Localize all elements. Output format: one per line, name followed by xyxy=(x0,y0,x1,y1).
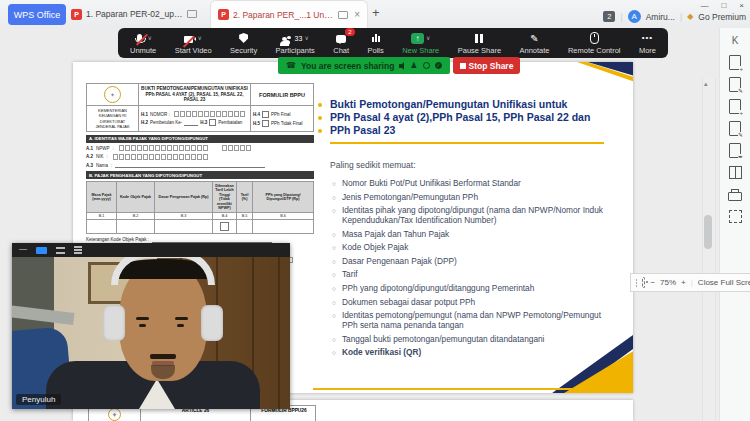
print-icon[interactable] xyxy=(728,188,742,201)
strip-view-icon[interactable] xyxy=(56,247,65,254)
comment-edit-icon[interactable]: ✎ xyxy=(729,122,741,135)
minimize-button[interactable]: — xyxy=(700,1,708,10)
circle-bullet-icon: ○ xyxy=(332,270,336,280)
desk xyxy=(12,305,74,325)
chat-label: Chat xyxy=(333,46,349,55)
participants-count: 33 xyxy=(295,35,303,42)
tarif-tinggi-checkbox xyxy=(220,222,229,231)
edit-text-icon[interactable]: ✎ xyxy=(729,78,741,91)
a1-label: A.1 xyxy=(86,146,93,151)
window-controls: — □ × xyxy=(700,1,744,10)
digit-box xyxy=(167,154,172,160)
participant-icon[interactable]: ♟ xyxy=(410,62,417,70)
table-data-cell xyxy=(117,220,155,233)
columns-icon[interactable] xyxy=(729,166,742,179)
scrollbar-thumb[interactable] xyxy=(704,215,712,249)
meeting-participants-button[interactable]: 33∨Participants xyxy=(276,32,315,55)
minimize-video-icon[interactable]: — xyxy=(19,245,27,253)
signature-icon[interactable]: ✒ xyxy=(729,144,741,157)
bullet-text: Kode Objek Pajak xyxy=(342,243,408,253)
zoom-in-button[interactable]: + xyxy=(681,278,686,287)
new-tab-button[interactable]: + xyxy=(372,5,380,20)
slide-footer-line xyxy=(313,388,629,390)
form-subtitle: PPh PASAL 4 AYAT (2), PASAL 15, PASAL 22… xyxy=(141,92,248,103)
person-brow xyxy=(175,317,188,320)
divider: | xyxy=(680,12,682,22)
table-header-cell: Tarif (%) xyxy=(237,182,253,213)
stop-icon xyxy=(460,63,466,69)
edit-text-icon-glyph: ✎ xyxy=(729,77,741,92)
headphone-cup-left xyxy=(103,305,125,341)
more-label: More xyxy=(639,46,656,55)
titlebar-right: 2 | A Amiru... | ◆ Go Premium xyxy=(603,10,746,23)
circle-bullet-icon: ○ xyxy=(332,298,336,308)
collapse-panel-icon[interactable]: K xyxy=(732,34,739,47)
phone-icon: ☎ xyxy=(286,62,296,70)
wps-office-button[interactable]: WPS Office xyxy=(8,4,66,25)
monitor-icon xyxy=(338,11,348,19)
webcam-window[interactable]: — Penyuluh xyxy=(12,243,290,409)
export-pdf-icon[interactable]: + xyxy=(729,56,741,69)
pph-final-label: PPh Final xyxy=(271,112,291,117)
gallery-view-icon[interactable] xyxy=(74,246,82,254)
nomor-boxes xyxy=(174,111,245,117)
meeting-new-share-button[interactable]: ↑∨New Share xyxy=(402,32,439,55)
zoom-level[interactable]: 75% xyxy=(660,278,676,287)
tab-close-icon[interactable]: × xyxy=(354,9,360,20)
meeting-polls-button[interactable]: Polls xyxy=(367,32,383,55)
digit-box xyxy=(222,145,227,151)
tab-paparan-per02[interactable]: P 1. Paparan PER-02_updated.pdf xyxy=(64,0,204,28)
timer-icon[interactable] xyxy=(423,62,430,69)
circle-bullet-icon: ○ xyxy=(332,206,336,226)
meeting-more-button[interactable]: •••More xyxy=(639,32,656,55)
check-icon[interactable]: ✓ xyxy=(435,62,442,69)
meeting-unmute-button[interactable]: ∨Unmute xyxy=(130,32,156,55)
table-data-cell xyxy=(237,220,253,233)
digit-box xyxy=(191,154,196,160)
bullet-item: ○Masa Pajak dan Tahun Pajak xyxy=(332,230,610,240)
digit-box xyxy=(149,154,154,160)
nomor-label: NOMOR : xyxy=(150,112,170,117)
meeting-remote-control-button[interactable]: Remote Control xyxy=(568,32,621,55)
chat-badge: 2 xyxy=(345,28,354,36)
extract-page-icon[interactable]: + xyxy=(729,100,741,113)
stop-share-button[interactable]: Stop Share xyxy=(453,57,521,74)
maximize-button[interactable]: □ xyxy=(721,1,726,10)
section-a-header: A. IDENTITAS WAJIB PAJAK YANG DIPOTONG/D… xyxy=(86,135,314,143)
new-share-label: New Share xyxy=(402,46,439,55)
snapshot-icon[interactable] xyxy=(729,210,742,223)
comment-edit-icon-glyph: ✎ xyxy=(729,121,741,136)
meeting-chat-button[interactable]: 2Chat xyxy=(333,32,349,55)
meeting-start-video-button[interactable]: ∨Start Video xyxy=(175,32,212,55)
unmute-icon-row: ∨ xyxy=(134,32,151,45)
headphone-cup-right xyxy=(201,305,223,341)
digit-box xyxy=(174,111,179,117)
h5-label: H.5 xyxy=(253,121,260,126)
user-avatar[interactable]: A xyxy=(628,10,641,23)
tab-paparan-unifikasi[interactable]: P 2. Paparan PER_...1 Unifikasi.pdf × xyxy=(210,0,368,28)
meeting-annotate-button[interactable]: ✎Annotate xyxy=(520,32,550,55)
zoom-out-button[interactable]: − xyxy=(650,278,655,287)
table-data-cell xyxy=(87,220,117,233)
formulir-label: FORMULIR BPPU xyxy=(259,92,305,98)
meeting-pause-share-button[interactable]: Pause Share xyxy=(458,32,501,55)
digit-box xyxy=(216,111,221,117)
user-name[interactable]: Amiru... xyxy=(646,12,675,22)
scrollbar-track[interactable] xyxy=(702,78,716,421)
scroll-up-arrow[interactable]: ▴ xyxy=(704,80,708,88)
digit-box xyxy=(246,145,251,151)
digit-box xyxy=(113,154,118,160)
digit-box xyxy=(240,111,245,117)
fit-page-icon[interactable] xyxy=(642,277,645,288)
go-premium-button[interactable]: Go Premium xyxy=(698,12,746,22)
speaker-icon[interactable] xyxy=(399,64,402,68)
stop-share-label: Stop Share xyxy=(469,61,514,71)
circle-bullet-icon: ○ xyxy=(332,230,336,240)
yellow-dot-icon xyxy=(318,129,322,133)
active-speaker-view-icon[interactable] xyxy=(36,247,47,254)
participants-label: Participants xyxy=(276,46,315,55)
meeting-security-button[interactable]: Security xyxy=(230,32,257,55)
close-full-screen-button[interactable]: Close Full Screen xyxy=(698,278,750,287)
polls-icon-row xyxy=(370,32,382,45)
close-button[interactable]: × xyxy=(739,1,744,10)
